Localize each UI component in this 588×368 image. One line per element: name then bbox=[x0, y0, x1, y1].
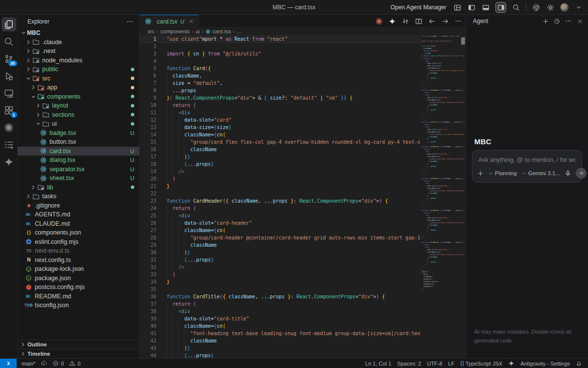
status-git-branch[interactable]: main* bbox=[22, 361, 35, 367]
settings-icon[interactable] bbox=[546, 3, 555, 12]
chevron-right-icon bbox=[24, 66, 32, 72]
tree-item-lib[interactable]: lib bbox=[18, 183, 139, 192]
tree-item-eslint-config-mjs[interactable]: eslint.config.mjs bbox=[18, 237, 139, 247]
breadcrumb-item[interactable]: card.tsx bbox=[205, 28, 231, 34]
minimap[interactable]: "use client"mport * as React from "react… bbox=[421, 35, 465, 358]
tree-item--next[interactable]: .next bbox=[18, 47, 139, 56]
status-publish-changes[interactable] bbox=[41, 360, 47, 367]
tree-item-package-lock-json[interactable]: package-lock.json bbox=[18, 264, 139, 274]
tree-item-postcss-config-mjs[interactable]: postcss.config.mjs bbox=[18, 283, 139, 292]
tree-item-card-tsx[interactable]: card.tsxU bbox=[18, 147, 139, 156]
close-panel-icon[interactable] bbox=[577, 18, 583, 25]
activity-gem-diamond-icon[interactable] bbox=[1, 155, 16, 169]
tree-item-mbc[interactable]: MBC bbox=[18, 28, 139, 38]
tree-item-package-json[interactable]: package.json bbox=[18, 274, 139, 283]
toggle-panel-icon[interactable] bbox=[481, 3, 490, 12]
scrollbar-thumb[interactable] bbox=[461, 37, 465, 45]
tree-item-components-json[interactable]: { }components.json bbox=[18, 228, 139, 237]
activity-explorer-icon[interactable] bbox=[1, 17, 16, 31]
more-actions-icon[interactable] bbox=[455, 18, 462, 25]
account-menu-icon[interactable] bbox=[574, 3, 583, 12]
toggle-secondary-sidebar-icon[interactable] bbox=[495, 2, 506, 13]
toggle-primary-sidebar-icon[interactable] bbox=[467, 3, 476, 12]
tree-item-button-tsx[interactable]: button.tsx bbox=[18, 137, 139, 147]
chevron-right-icon bbox=[24, 193, 32, 199]
agent-input-box[interactable]: Planning Gemini 3.1... bbox=[472, 150, 582, 183]
tree-item-public[interactable]: public bbox=[18, 65, 139, 74]
status-ai-diamond[interactable] bbox=[508, 360, 514, 367]
tree-item-next-env-d-ts[interactable]: TSnext-env.d.ts bbox=[18, 246, 139, 256]
tree-item-tasks[interactable]: tasks bbox=[18, 192, 139, 201]
tree-item--claude[interactable]: .claude bbox=[18, 38, 139, 47]
tab-card-tsx[interactable]: card.tsx U bbox=[140, 15, 199, 27]
status-notifications[interactable] bbox=[576, 360, 582, 367]
more-options-icon[interactable] bbox=[565, 18, 572, 25]
tree-item-components[interactable]: components bbox=[18, 92, 139, 102]
tree-item-layout[interactable]: layout bbox=[18, 101, 139, 110]
send-button[interactable] bbox=[576, 168, 587, 179]
activity-run-debug-icon[interactable] bbox=[1, 69, 16, 83]
breadcrumb-item[interactable]: ... bbox=[237, 28, 241, 34]
sidebar-section-outline[interactable]: Outline bbox=[18, 340, 139, 349]
browser-icon[interactable] bbox=[532, 3, 540, 12]
activity-source-control-icon[interactable]: 30 bbox=[1, 52, 16, 66]
model-selector[interactable]: Gemini 3.1... bbox=[521, 170, 560, 176]
code-line-content: "group/card flex flex-col gap-4 overflow… bbox=[156, 138, 420, 146]
tab-close-icon[interactable] bbox=[189, 19, 194, 24]
breadcrumb-item[interactable]: src bbox=[147, 28, 155, 34]
status-antigravity-settings[interactable]: Antigravity - Settings bbox=[520, 361, 570, 367]
tree-item-app[interactable]: app bbox=[18, 83, 139, 92]
tree-item-node-modules[interactable]: node_modules bbox=[18, 56, 139, 65]
status-warnings[interactable]: 0 bbox=[69, 360, 80, 367]
status-indentation[interactable]: Spaces: 2 bbox=[397, 361, 421, 367]
remote-indicator[interactable] bbox=[0, 359, 17, 368]
sidebar-section-timeline[interactable]: Timeline bbox=[18, 349, 139, 358]
tree-item-badge-tsx[interactable]: badge.tsxU bbox=[18, 129, 139, 138]
conversation-history-icon[interactable] bbox=[554, 18, 560, 25]
tree-item-claude-md[interactable]: M↓CLAUDE.md bbox=[18, 219, 139, 229]
activity-search-icon[interactable] bbox=[1, 34, 16, 49]
tree-item-dialog-tsx[interactable]: dialog.tsxU bbox=[18, 156, 139, 165]
status-errors[interactable]: 0 bbox=[52, 360, 64, 367]
activity-task-list-icon[interactable] bbox=[1, 137, 16, 152]
navigate-forward-icon[interactable] bbox=[441, 18, 449, 25]
mode-selector[interactable]: Planning bbox=[488, 170, 517, 176]
ai-diamond-icon[interactable] bbox=[389, 18, 396, 25]
activity-extensions-icon[interactable]: 1 bbox=[1, 103, 16, 117]
microphone-icon[interactable] bbox=[564, 170, 571, 177]
activity-remote-explorer-icon[interactable] bbox=[1, 86, 16, 100]
tree-item-agents-md[interactable]: M↓AGENTS.md bbox=[18, 210, 139, 219]
breadcrumb-item[interactable]: components bbox=[160, 28, 190, 34]
code-line-content: data-slot="card-header" bbox=[156, 219, 252, 227]
account-avatar-icon[interactable] bbox=[560, 3, 569, 12]
tree-item-next-config-ts[interactable]: Nnext.config.ts bbox=[18, 256, 139, 265]
customize-layout-icon[interactable] bbox=[453, 3, 462, 12]
code-editor[interactable]: 1"use client"mport * as React from "reac… bbox=[140, 35, 421, 358]
tree-item-tsconfig-json[interactable]: TS⚙tsconfig.json bbox=[18, 301, 139, 310]
attach-plus-icon[interactable] bbox=[477, 170, 484, 177]
breadcrumb-item[interactable]: ui bbox=[196, 28, 200, 34]
status-eol[interactable]: LF bbox=[448, 361, 455, 367]
tree-item-src[interactable]: src bbox=[18, 74, 139, 83]
tree-item-ui[interactable]: ui bbox=[18, 119, 139, 129]
tree-item--gitignore[interactable]: .gitignore bbox=[18, 201, 139, 210]
search-icon[interactable] bbox=[512, 3, 520, 12]
agent-starburst-icon[interactable] bbox=[375, 18, 383, 25]
explorer-more-actions-icon[interactable] bbox=[126, 18, 133, 25]
tree-item-sheet-tsx[interactable]: sheet.tsxU bbox=[18, 174, 139, 183]
split-editor-icon[interactable] bbox=[415, 18, 422, 25]
code-line: 25 <div bbox=[140, 212, 421, 219]
new-conversation-icon[interactable] bbox=[542, 18, 549, 25]
navigate-back-icon[interactable] bbox=[428, 18, 436, 25]
code-line: 20 ) bbox=[140, 175, 421, 183]
tree-item-separator-tsx[interactable]: separator.tsxU bbox=[18, 165, 139, 174]
tree-item-sections[interactable]: sections bbox=[18, 110, 139, 120]
tree-item-readme-md[interactable]: M↓README.md bbox=[18, 292, 139, 301]
compare-changes-icon[interactable] bbox=[402, 18, 409, 25]
activity-agent-starburst-icon[interactable] bbox=[1, 120, 16, 134]
status-encoding[interactable]: UTF-8 bbox=[427, 361, 442, 367]
status-language-mode[interactable]: { }TypeScript JSX bbox=[460, 361, 502, 367]
agent-prompt-input[interactable] bbox=[478, 157, 576, 163]
open-agent-manager-button[interactable]: Open Agent Manager bbox=[391, 4, 446, 11]
status-cursor-position[interactable]: Ln 1, Col 1 bbox=[365, 361, 391, 367]
